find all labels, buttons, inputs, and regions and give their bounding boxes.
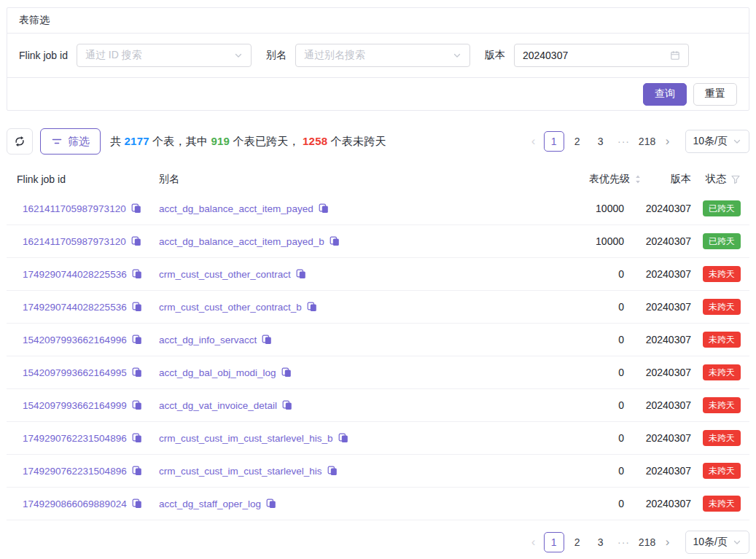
- alias-link[interactable]: acct_dg_info_servacct: [159, 335, 257, 345]
- alias-link[interactable]: acct_dg_vat_invoice_detail: [159, 400, 277, 411]
- copy-icon[interactable]: [132, 335, 142, 345]
- chevron-down-icon: [453, 51, 461, 60]
- job-id-link[interactable]: 1542097993662164999: [23, 400, 127, 411]
- pagination-next-button[interactable]: ›: [659, 131, 677, 152]
- alias-link[interactable]: acct_dg_staff_oper_log: [159, 499, 261, 509]
- calendar-icon: [670, 50, 680, 60]
- pagination-top: ‹123···218›10条/页: [525, 130, 749, 153]
- summary-segment: 个表，其中: [149, 135, 211, 147]
- copy-icon[interactable]: [132, 466, 142, 476]
- job-id-link[interactable]: 1749290744028225536: [23, 302, 127, 313]
- status-badge: 未跨天: [703, 397, 741, 413]
- copy-icon[interactable]: [296, 269, 306, 279]
- job-id-link[interactable]: 1749290762231504896: [23, 433, 127, 444]
- page-size-select[interactable]: 10条/页: [685, 130, 749, 153]
- priority-value: 0: [507, 301, 642, 313]
- pagination-next-button[interactable]: ›: [659, 532, 677, 552]
- page-size-select[interactable]: 10条/页: [685, 531, 749, 554]
- page-number-218[interactable]: 218: [637, 131, 658, 152]
- alias-select[interactable]: 通过别名搜索: [295, 44, 470, 67]
- priority-value: 0: [507, 334, 642, 345]
- version-value: 20240307: [642, 235, 691, 247]
- copy-icon[interactable]: [282, 400, 292, 410]
- summary-segment: 个表已跨天，: [230, 135, 303, 147]
- alias-link[interactable]: acct_dg_bal_obj_modi_log: [159, 367, 276, 378]
- page-number-1[interactable]: 1: [544, 532, 564, 552]
- status-badge: 已跨天: [703, 200, 741, 216]
- copy-icon[interactable]: [338, 433, 348, 443]
- copy-icon[interactable]: [132, 367, 142, 378]
- copy-icon[interactable]: [131, 236, 141, 246]
- version-datepicker[interactable]: 20240307: [514, 44, 689, 67]
- copy-icon[interactable]: [132, 433, 142, 443]
- alias-link[interactable]: crm_cust_cust_other_contract_b: [159, 302, 302, 313]
- job-id-link[interactable]: 1621411705987973120: [23, 203, 126, 214]
- copy-icon[interactable]: [132, 499, 142, 509]
- alias-label: 别名: [266, 49, 287, 62]
- table-row: 1621411705987973120 acct_dg_balance_acct…: [7, 225, 749, 258]
- copy-icon[interactable]: [131, 203, 141, 214]
- job-id-link[interactable]: 1749290866069889024: [23, 499, 127, 509]
- pagination-ellipsis: ···: [614, 532, 634, 552]
- alias-link[interactable]: acct_dg_balance_acct_item_payed: [159, 203, 313, 214]
- job-id-link[interactable]: 1542097993662164995: [23, 367, 127, 378]
- alias-link[interactable]: crm_cust_cust_other_contract: [159, 269, 291, 280]
- version-value: 20240307: [642, 301, 691, 313]
- page-number-3[interactable]: 3: [591, 532, 611, 552]
- job-id-link[interactable]: 1542097993662164996: [23, 335, 127, 345]
- copy-icon[interactable]: [281, 367, 292, 378]
- filter-panel: 表筛选 Flink job id 通过 ID 搜索 别名 通过别名搜索 版本 2…: [7, 7, 749, 111]
- table-row: 1542097993662164995 acct_dg_bal_obj_modi…: [7, 356, 749, 389]
- filter-panel-title: 表筛选: [7, 8, 749, 34]
- table: Flink job id 别名 表优先级 版本 状态: [7, 166, 749, 520]
- copy-icon[interactable]: [307, 302, 317, 312]
- job-id-link[interactable]: 1621411705987973120: [23, 236, 126, 247]
- version-value: 20240307: [642, 432, 691, 444]
- copy-icon[interactable]: [132, 302, 142, 312]
- column-header-priority[interactable]: 表优先级: [507, 173, 642, 186]
- status-badge: 未跨天: [703, 332, 741, 348]
- chevron-down-icon: [733, 538, 741, 547]
- status-badge: 未跨天: [703, 463, 741, 479]
- copy-icon[interactable]: [262, 335, 272, 345]
- copy-icon[interactable]: [132, 400, 142, 410]
- pagination-prev-button[interactable]: ‹: [525, 131, 542, 152]
- filter-button-label: 筛选: [68, 135, 90, 149]
- page-number-218[interactable]: 218: [637, 532, 658, 552]
- summary-count-blue: 2177: [125, 135, 149, 147]
- table-row: 1749290866069889024 acct_dg_staff_oper_l…: [7, 488, 749, 520]
- flink-job-id-placeholder: 通过 ID 搜索: [85, 49, 234, 62]
- column-filter-icon[interactable]: [730, 174, 741, 184]
- alias-link[interactable]: crm_cust_cust_im_cust_starlevel_his: [159, 466, 322, 477]
- flink-job-id-select[interactable]: 通过 ID 搜索: [77, 44, 252, 67]
- pagination-prev-button[interactable]: ‹: [525, 532, 542, 552]
- refresh-button[interactable]: [7, 128, 33, 155]
- filter-button[interactable]: 筛选: [40, 128, 101, 155]
- page-number-2[interactable]: 2: [567, 532, 588, 552]
- summary-segment: 个表未跨天: [327, 135, 386, 147]
- search-button[interactable]: 查询: [643, 83, 687, 106]
- copy-icon[interactable]: [327, 466, 338, 476]
- alias-link[interactable]: crm_cust_cust_im_cust_starlevel_his_b: [159, 433, 333, 444]
- table-header: Flink job id 别名 表优先级 版本 状态: [7, 166, 749, 192]
- copy-icon[interactable]: [330, 236, 340, 246]
- copy-icon[interactable]: [266, 499, 276, 509]
- job-id-link[interactable]: 1749290744028225536: [23, 269, 127, 280]
- copy-icon[interactable]: [319, 203, 329, 214]
- version-value: 20240307: [642, 498, 691, 509]
- column-header-status[interactable]: 状态: [691, 173, 741, 186]
- page-number-2[interactable]: 2: [567, 131, 588, 152]
- alias-link[interactable]: acct_dg_balance_acct_item_payed_b: [159, 236, 324, 247]
- status-badge: 未跨天: [703, 430, 741, 446]
- job-id-link[interactable]: 1749290762231504896: [23, 466, 127, 477]
- summary-text: 共 2177 个表，其中 919 个表已跨天， 1258 个表未跨天: [110, 135, 386, 149]
- reset-button[interactable]: 重置: [693, 83, 737, 106]
- column-header-alias: 别名: [159, 173, 507, 186]
- pagination-ellipsis: ···: [614, 131, 634, 152]
- summary-segment: 共: [110, 135, 125, 147]
- copy-icon[interactable]: [132, 269, 142, 279]
- page-number-3[interactable]: 3: [591, 131, 611, 152]
- table-row: 1542097993662164996 acct_dg_info_servacc…: [7, 324, 749, 356]
- sort-icon[interactable]: [634, 174, 642, 184]
- page-number-1[interactable]: 1: [544, 131, 564, 152]
